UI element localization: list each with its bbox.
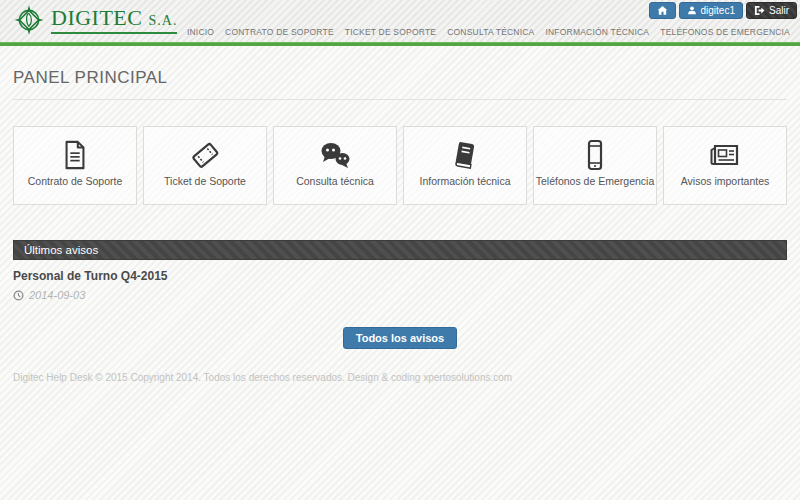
card-label: Teléfonos de Emergencia	[536, 175, 655, 187]
card-informacion-tecnica[interactable]: Información técnica	[403, 126, 527, 205]
user-button[interactable]: digitec1	[679, 2, 743, 19]
main-nav: INICIO CONTRATO DE SOPORTE TICKET DE SOP…	[187, 27, 790, 37]
notices-section-title: Últimos avisos	[24, 244, 98, 256]
header: DIGITEC S.A. digitec1 Salir INICIO CONTR…	[0, 0, 800, 42]
card-avisos-importantes[interactable]: Avisos importantes	[663, 126, 787, 205]
card-telefonos-de-emergencia[interactable]: Teléfonos de Emergencia	[533, 126, 657, 205]
logo-suffix: S.A.	[148, 13, 177, 28]
chat-bubbles-icon	[318, 138, 352, 172]
card-label: Ticket de Soporte	[164, 175, 246, 187]
ticket-icon	[189, 138, 221, 172]
account-toolbar: digitec1 Salir	[649, 2, 797, 19]
nav-consulta-tecnica[interactable]: CONSULTA TÉCNICA	[447, 27, 534, 37]
card-label: Contrato de Soporte	[28, 175, 123, 187]
card-contrato-de-soporte[interactable]: Contrato de Soporte	[13, 126, 137, 205]
nav-informacion-tecnica[interactable]: INFORMACIÓN TÉCNICA	[545, 27, 649, 37]
newspaper-icon	[708, 138, 742, 172]
all-notices-wrap: Todos los avisos	[13, 327, 787, 349]
header-divider	[0, 42, 800, 46]
sign-out-icon	[754, 5, 765, 16]
notice-date-row: 2014-09-03	[13, 289, 787, 301]
logout-button[interactable]: Salir	[746, 2, 797, 19]
smartphone-icon	[586, 138, 604, 172]
compass-logo-icon	[13, 4, 45, 36]
logo-text: DIGITEC S.A.	[51, 6, 177, 33]
shortcut-cards: Contrato de Soporte Ticket de Soporte	[13, 126, 787, 205]
username-label: digitec1	[701, 5, 735, 16]
document-icon	[60, 138, 90, 172]
notices-section-header: Últimos avisos	[13, 240, 787, 260]
card-label: Información técnica	[419, 175, 510, 187]
home-button[interactable]	[649, 2, 676, 19]
page-title: PANEL PRINCIPAL	[13, 68, 787, 88]
card-label: Avisos importantes	[681, 175, 770, 187]
footer-copyright: Digitec Help Desk © 2015 Copyright 2014.…	[13, 372, 787, 383]
card-label: Consulta técnica	[296, 175, 374, 187]
nav-contrato-de-soporte[interactable]: CONTRATO DE SOPORTE	[225, 27, 334, 37]
notice-date: 2014-09-03	[29, 289, 85, 301]
title-divider	[13, 99, 787, 100]
home-icon	[657, 5, 668, 16]
logout-label: Salir	[769, 5, 789, 16]
card-ticket-de-soporte[interactable]: Ticket de Soporte	[143, 126, 267, 205]
notice-title-link[interactable]: Personal de Turno Q4-2015	[13, 269, 787, 283]
nav-inicio[interactable]: INICIO	[187, 27, 214, 37]
user-icon	[687, 5, 697, 16]
clock-icon	[13, 290, 24, 301]
logo[interactable]: DIGITEC S.A.	[13, 4, 177, 36]
book-icon	[450, 138, 480, 172]
card-consulta-tecnica[interactable]: Consulta técnica	[273, 126, 397, 205]
all-notices-button[interactable]: Todos los avisos	[343, 327, 457, 349]
nav-telefonos-de-emergencia[interactable]: TELÉFONOS DE EMERGENCIA	[660, 27, 790, 37]
nav-ticket-de-soporte[interactable]: TICKET DE SOPORTE	[345, 27, 436, 37]
notice-item: Personal de Turno Q4-2015 2014-09-03	[13, 269, 787, 301]
main-content: PANEL PRINCIPAL Contrato de Soporte	[0, 68, 800, 383]
